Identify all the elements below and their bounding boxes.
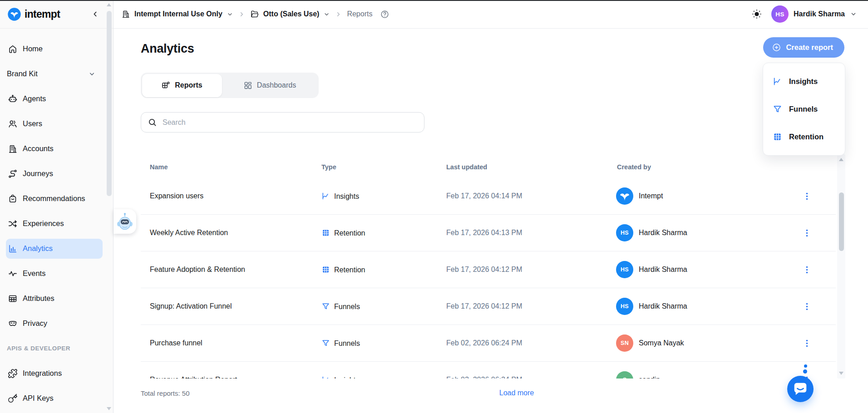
scroll-down-arrow-icon[interactable]	[107, 407, 111, 410]
sidebar-item-label: Analytics	[23, 244, 53, 253]
sidebar-item-analytics[interactable]: Analytics	[0, 236, 113, 261]
building-icon	[8, 144, 18, 154]
load-more-link[interactable]: Load more	[485, 389, 548, 397]
pulse-icon	[8, 269, 18, 279]
chat-launcher-button[interactable]	[787, 376, 814, 402]
table-row[interactable]: Feature Adoption & Retention Retention F…	[141, 251, 836, 288]
scroll-down-arrow-icon[interactable]	[839, 372, 843, 375]
sidebar-item-label: API Keys	[23, 394, 54, 403]
bag-icon	[8, 194, 18, 204]
content-scrollbar-thumb[interactable]	[839, 192, 844, 251]
search-icon	[148, 118, 157, 127]
sidebar-item-events[interactable]: Events	[0, 261, 113, 286]
theme-toggle-sun-icon[interactable]	[751, 9, 762, 20]
menu-item-label: Insights	[789, 77, 818, 86]
report-name[interactable]: Expansion users	[150, 192, 203, 200]
table-row[interactable]: Signup: Activation Funnel Funnels Feb 17…	[141, 288, 836, 325]
report-name[interactable]: Purchase funnel	[150, 339, 202, 347]
sidebar-item-attributes[interactable]: Attributes	[0, 286, 113, 311]
users-icon	[8, 119, 18, 129]
row-kebab-menu-icon[interactable]	[800, 336, 814, 350]
sidebar: intempt Home Brand Kit Agents Users	[0, 0, 113, 413]
sidebar-item-privacy[interactable]: Privacy	[0, 311, 113, 336]
report-name[interactable]: Weekly Active Retention	[150, 229, 228, 237]
tab-reports[interactable]: Reports	[142, 74, 222, 97]
page-title: Analytics	[141, 42, 194, 56]
column-header-created-by: Created by	[617, 163, 651, 171]
content-scrollbar[interactable]	[837, 154, 845, 379]
user-name: Hardik Sharma	[794, 10, 845, 18]
menu-item-retention[interactable]: Retention	[763, 123, 845, 151]
chat-typing-dot	[804, 364, 807, 368]
sidebar-item-brand-kit[interactable]: Brand Kit	[0, 61, 113, 86]
chevron-down-icon[interactable]	[323, 11, 330, 18]
robot-icon	[8, 94, 18, 104]
help-icon[interactable]	[380, 10, 390, 19]
scroll-up-arrow-icon[interactable]	[839, 158, 843, 161]
table-row[interactable]: Weekly Active Retention Retention Feb 17…	[141, 215, 836, 251]
search-input[interactable]	[162, 118, 418, 127]
funnel-icon	[773, 104, 782, 114]
row-kebab-menu-icon[interactable]	[800, 189, 814, 203]
report-name[interactable]: Feature Adoption & Retention	[150, 266, 245, 274]
creator-name: Hardik Sharma	[639, 266, 687, 274]
sidebar-item-journeys[interactable]: Journeys	[0, 161, 113, 186]
sidebar-item-label: Integrations	[23, 369, 62, 378]
sidebar-item-label: Experiences	[23, 219, 64, 228]
report-type: Insights	[334, 376, 359, 379]
sidebar-scrollbar[interactable]	[106, 0, 112, 413]
chevron-down-icon	[850, 10, 857, 18]
sidebar-scrollbar-thumb[interactable]	[107, 11, 112, 196]
funnel-icon	[321, 302, 330, 311]
chevron-right-icon	[238, 11, 245, 18]
column-header-name: Name	[150, 163, 168, 171]
sidebar-item-users[interactable]: Users	[0, 111, 113, 136]
sidebar-item-experiences[interactable]: Experiences	[0, 211, 113, 236]
sidebar-item-integrations[interactable]: Integrations	[0, 361, 113, 386]
chevron-down-icon[interactable]	[227, 11, 233, 18]
menu-item-insights[interactable]: Insights	[763, 68, 845, 95]
logo-wordmark: intempt	[25, 8, 60, 20]
shuffle-icon	[8, 219, 18, 229]
folder-icon	[250, 10, 259, 19]
row-kebab-menu-icon[interactable]	[800, 226, 814, 240]
sidebar-item-label: Accounts	[23, 144, 54, 153]
sidebar-item-agents[interactable]: Agents	[0, 86, 113, 111]
topbar-right: HS Hardik Sharma	[751, 5, 857, 23]
sidebar-item-label: Home	[23, 44, 43, 53]
menu-item-label: Retention	[789, 133, 824, 141]
breadcrumb-org[interactable]: Intempt Internal Use Only	[134, 10, 222, 18]
menu-item-funnels[interactable]: Funnels	[763, 95, 845, 123]
scroll-up-arrow-icon[interactable]	[107, 3, 111, 6]
bar-chart-icon	[8, 244, 18, 254]
menu-item-label: Funnels	[789, 105, 818, 113]
last-updated: Feb 02, 2026 06:24 PM	[446, 376, 522, 379]
table-header: Name Type Last updated Created by	[141, 156, 836, 178]
report-name[interactable]: Revenue Attribution Report	[150, 376, 237, 379]
chevron-right-icon	[335, 11, 342, 18]
retention-grid-icon	[321, 266, 330, 274]
insights-icon	[321, 376, 330, 379]
tab-dashboards[interactable]: Dashboards	[222, 74, 318, 97]
table-row[interactable]: Expansion users Insights Feb 17, 2026 04…	[141, 178, 836, 215]
user-menu[interactable]: HS Hardik Sharma	[771, 5, 857, 23]
sidebar-item-api-keys[interactable]: API Keys	[0, 386, 113, 411]
sidebar-item-home[interactable]: Home	[0, 36, 113, 61]
sidebar-item-recommendations[interactable]: Recommendations	[0, 186, 113, 211]
chat-bubble-icon	[787, 376, 814, 402]
table-row[interactable]: Revenue Attribution Report Insights Feb …	[141, 362, 836, 379]
row-kebab-menu-icon[interactable]	[800, 263, 814, 276]
intempt-logo-icon	[7, 7, 21, 21]
chevron-down-icon	[88, 70, 96, 78]
row-kebab-menu-icon[interactable]	[800, 300, 814, 313]
sidebar-item-accounts[interactable]: Accounts	[0, 136, 113, 161]
create-report-button[interactable]: Create report	[763, 37, 844, 58]
report-name[interactable]: Signup: Activation Funnel	[150, 302, 232, 310]
total-reports-label: Total reports: 50	[141, 389, 190, 397]
assistant-robot-button[interactable]	[113, 209, 136, 234]
sidebar-collapse-button[interactable]	[92, 10, 99, 18]
table-row[interactable]: Purchase funnel Funnels Feb 02, 2026 06:…	[141, 325, 836, 362]
retention-grid-icon	[773, 132, 782, 142]
breadcrumb-project[interactable]: Otto (Sales Use)	[263, 10, 320, 18]
avatar: HS	[616, 261, 633, 278]
